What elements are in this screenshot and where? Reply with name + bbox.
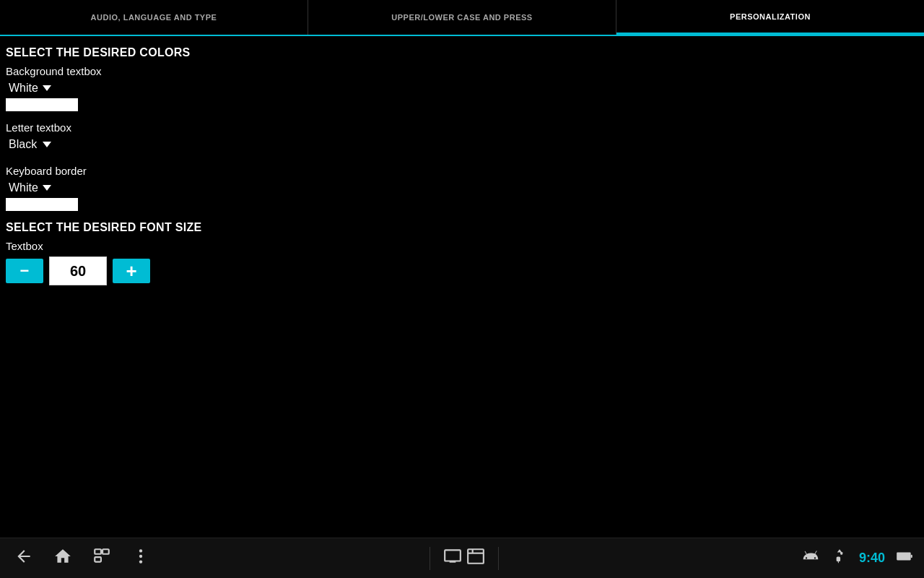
- more-icon[interactable]: [131, 547, 150, 570]
- svg-rect-12: [911, 554, 912, 557]
- tab-personalization[interactable]: PERSONALIZATION: [616, 0, 924, 35]
- decrease-font-button[interactable]: −: [6, 259, 43, 283]
- main-content: SELECT THE DESIRED COLORS Background tex…: [0, 36, 924, 293]
- letter-dropdown-wrapper: Black White Gray: [6, 137, 53, 152]
- svg-rect-0: [95, 549, 101, 554]
- svg-rect-11: [897, 552, 911, 560]
- nav-center: [430, 547, 499, 570]
- background-label: Background textbox: [6, 65, 917, 77]
- border-dropdown-wrapper: White Black Gray: [6, 180, 53, 195]
- usb-icon: [830, 547, 849, 570]
- tab-bar: AUDIO, LANGUAGE AND TYPE UPPER/LOWER CAS…: [0, 0, 924, 36]
- nav-left: [0, 547, 430, 570]
- recents-icon[interactable]: [92, 547, 111, 570]
- background-color-swatch: [6, 98, 78, 111]
- border-color-swatch: [6, 198, 78, 211]
- svg-rect-2: [103, 549, 109, 554]
- svg-point-4: [139, 554, 142, 557]
- border-dropdown[interactable]: White Black Gray: [6, 180, 53, 195]
- background-dropdown[interactable]: White Black Gray: [6, 80, 53, 95]
- letter-dropdown[interactable]: Black White Gray: [6, 137, 53, 152]
- media-icon[interactable]: [466, 547, 485, 570]
- android-icon: [801, 547, 820, 570]
- svg-rect-8: [468, 549, 484, 564]
- home-icon[interactable]: [53, 547, 72, 570]
- increase-font-button[interactable]: +: [113, 259, 150, 283]
- border-label: Keyboard border: [6, 165, 917, 177]
- font-section-title: SELECT THE DESIRED FONT SIZE: [6, 221, 917, 234]
- background-dropdown-wrapper: White Black Gray: [6, 80, 53, 95]
- letter-label: Letter textbox: [6, 121, 917, 134]
- textbox-label: Textbox: [6, 240, 917, 252]
- font-size-value: 60: [49, 256, 107, 285]
- font-size-control: − 60 +: [6, 256, 917, 285]
- bottom-navbar: 9:40: [0, 538, 924, 578]
- svg-rect-7: [450, 561, 456, 562]
- tab-upper[interactable]: UPPER/LOWER CASE AND PRESS: [308, 0, 616, 35]
- svg-point-3: [139, 549, 142, 552]
- tab-audio[interactable]: AUDIO, LANGUAGE AND TYPE: [0, 0, 308, 35]
- back-icon[interactable]: [14, 547, 33, 570]
- colors-section-title: SELECT THE DESIRED COLORS: [6, 46, 917, 59]
- letter-spacer: [6, 155, 917, 165]
- svg-rect-1: [95, 557, 101, 562]
- svg-point-5: [139, 560, 142, 563]
- nav-right: 9:40: [499, 547, 924, 570]
- battery-icon: [895, 547, 914, 570]
- screen-icon[interactable]: [443, 547, 462, 570]
- svg-rect-6: [445, 550, 461, 561]
- time-display: 9:40: [859, 551, 885, 566]
